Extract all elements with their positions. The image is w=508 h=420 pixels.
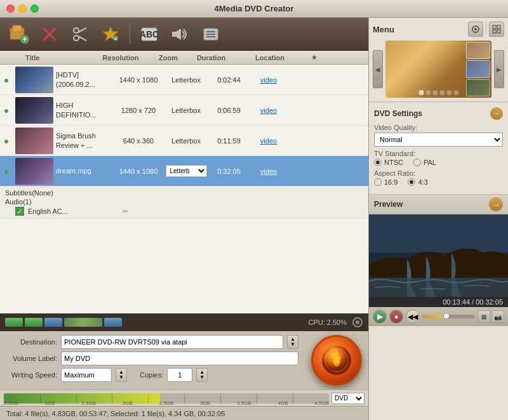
destination-input[interactable] bbox=[61, 335, 283, 349]
ctrl-icon-buttons: ⊞ 📷 bbox=[478, 310, 504, 323]
file-title: dream.mpg bbox=[56, 166, 113, 175]
audio-checkbox[interactable]: ✓ bbox=[15, 207, 24, 216]
cut-button[interactable] bbox=[67, 22, 93, 47]
aspect-ratio-radio-group: 16:9 4:3 bbox=[374, 178, 503, 186]
progress-segments bbox=[5, 318, 122, 327]
burn-button[interactable] bbox=[311, 335, 362, 386]
preview-expand-button[interactable]: → bbox=[489, 197, 503, 211]
add-files-button[interactable]: + bbox=[6, 22, 32, 47]
file-location-link[interactable]: video bbox=[250, 167, 288, 175]
delete-button[interactable] bbox=[37, 22, 62, 47]
play-button[interactable]: ▶ bbox=[373, 310, 387, 324]
file-thumbnail bbox=[15, 97, 53, 124]
burn-button-area bbox=[305, 331, 368, 390]
ratio-16-9-radio[interactable] bbox=[374, 178, 382, 186]
list-button[interactable] bbox=[197, 22, 223, 47]
menu-dot-1 bbox=[418, 90, 424, 95]
toolbar: + + bbox=[0, 18, 368, 51]
svg-text:+: + bbox=[114, 36, 117, 42]
menu-dot-4 bbox=[439, 90, 444, 95]
menu-page-dots bbox=[418, 90, 458, 95]
cpu-label: CPU: 2.50% bbox=[308, 318, 347, 326]
ratio-4-3-radio[interactable] bbox=[408, 178, 415, 186]
zoom-dropdown[interactable]: Letterb Letterbox Pan&Scan Full bbox=[166, 165, 207, 177]
file-location-link[interactable]: video bbox=[250, 107, 288, 114]
settings-expand-button[interactable]: → bbox=[490, 107, 503, 120]
menu-dot-3 bbox=[432, 90, 438, 95]
settings-icon[interactable] bbox=[352, 317, 363, 328]
ratio-4-3-label: 4:3 bbox=[418, 178, 427, 186]
svg-point-7 bbox=[74, 36, 79, 41]
audio-track-item: ✓ English AC... ✏ bbox=[5, 207, 363, 216]
progress-wave bbox=[64, 318, 102, 327]
volume-label-input[interactable] bbox=[61, 351, 298, 365]
menu-preview-area: ◀ bbox=[373, 41, 504, 98]
snapshot-button[interactable]: 📷 bbox=[491, 310, 504, 323]
pencil-icon[interactable]: ✏ bbox=[123, 207, 128, 216]
video-quality-select[interactable]: Normal High Low bbox=[374, 133, 503, 147]
file-zoom-select[interactable]: Letterb Letterbox Pan&Scan Full bbox=[164, 165, 208, 177]
menu-thumbnails bbox=[465, 41, 491, 98]
copies-input[interactable] bbox=[167, 368, 192, 382]
copies-group: Copies: ▲ ▼ bbox=[140, 368, 208, 382]
file-zoom: Letterbox bbox=[164, 76, 208, 84]
close-button[interactable] bbox=[6, 4, 15, 13]
maximize-button[interactable] bbox=[30, 4, 39, 13]
header-duration: Duration bbox=[190, 54, 232, 62]
table-row[interactable]: ● HIGH DEFINITIO... 1280 x 720 Letterbox… bbox=[0, 95, 368, 126]
menu-settings-button[interactable] bbox=[468, 22, 483, 37]
table-row[interactable]: ● [HDTV] (2006.09.2... 1440 x 1080 Lette… bbox=[0, 65, 368, 95]
playback-scrubber[interactable] bbox=[422, 312, 475, 321]
volume-label-row: Volume Label: bbox=[6, 351, 298, 365]
destination-spinner[interactable]: ▲ ▼ bbox=[287, 335, 298, 349]
app-title: 4Media DVD Creator bbox=[215, 4, 294, 13]
format-select[interactable]: DVD BD bbox=[331, 393, 364, 404]
rewind-button[interactable]: ◀◀ bbox=[406, 310, 420, 324]
svg-rect-35 bbox=[497, 30, 500, 33]
row-check: ● bbox=[0, 105, 13, 115]
pal-radio[interactable] bbox=[413, 159, 421, 166]
settings-header: DVD Settings → bbox=[374, 107, 503, 120]
title-text-button[interactable]: ABC bbox=[137, 22, 162, 47]
writing-speed-row: Writing Speed: ▲ ▼ Copies: ▲ ▼ bbox=[6, 368, 298, 382]
subtitles-label: Subtitles(None) bbox=[5, 189, 53, 197]
menu-grid-button[interactable] bbox=[489, 22, 504, 37]
header-location: Location bbox=[232, 54, 308, 62]
toolbar-separator-1 bbox=[130, 25, 130, 44]
ratio-4-3-option[interactable]: 4:3 bbox=[408, 178, 427, 186]
file-location-link[interactable]: video bbox=[250, 76, 288, 84]
status-text: Total: 4 file(s), 4.83GB, 00:53:47; Sele… bbox=[6, 410, 225, 417]
menu-thumb-3 bbox=[466, 79, 490, 96]
ratio-16-9-option[interactable]: 16:9 bbox=[374, 178, 398, 186]
effect-button[interactable]: + bbox=[98, 22, 123, 47]
speed-spinner[interactable]: ▲ ▼ bbox=[116, 368, 127, 382]
audio-button[interactable] bbox=[167, 22, 192, 47]
dvd-settings: DVD Settings → Video Quality: Normal Hig… bbox=[369, 102, 508, 195]
table-row[interactable]: ● Sigma Brush Review + ... 640 x 360 Let… bbox=[0, 126, 368, 156]
menu-prev-button[interactable]: ◀ bbox=[373, 50, 383, 88]
progress-seg-1 bbox=[5, 318, 23, 327]
destination-row: Destination: ▲ ▼ bbox=[6, 335, 298, 349]
menu-next-button[interactable]: ▶ bbox=[494, 50, 504, 88]
menu-dot-6 bbox=[453, 90, 458, 95]
menu-section: Menu bbox=[369, 18, 508, 102]
ntsc-radio[interactable] bbox=[374, 159, 382, 166]
pal-option[interactable]: PAL bbox=[413, 159, 436, 166]
svg-rect-33 bbox=[497, 25, 500, 29]
copies-spinner[interactable]: ▲ ▼ bbox=[196, 368, 208, 382]
stop-button[interactable]: ● bbox=[389, 310, 403, 324]
ntsc-option[interactable]: NTSC bbox=[374, 159, 403, 166]
row-check: ● bbox=[0, 136, 13, 146]
menu-header: Menu bbox=[373, 22, 504, 37]
minimize-button[interactable] bbox=[18, 4, 27, 13]
file-location-link[interactable]: video bbox=[250, 137, 288, 145]
speed-input[interactable] bbox=[61, 368, 112, 382]
file-zoom: Letterbox bbox=[164, 107, 208, 114]
progress-bar: CPU: 2.50% bbox=[0, 313, 368, 331]
svg-rect-34 bbox=[493, 30, 496, 33]
svg-rect-32 bbox=[493, 25, 496, 29]
file-title: HIGH DEFINITIO... bbox=[56, 101, 113, 119]
fullscreen-button[interactable]: ⊞ bbox=[478, 310, 490, 323]
tools-separator bbox=[486, 22, 486, 34]
table-row[interactable]: ● dream.mpg 1440 x 1080 Letterb Letterbo… bbox=[0, 156, 368, 187]
